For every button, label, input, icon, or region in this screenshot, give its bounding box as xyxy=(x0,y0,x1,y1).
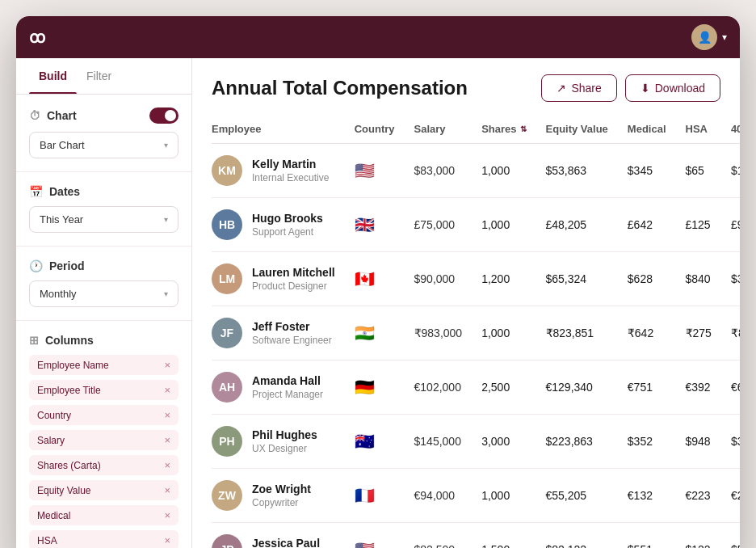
medical-cell: £642 xyxy=(618,198,676,252)
employee-cell: ZW Zoe Wright Copywriter xyxy=(212,469,345,523)
salary-cell: £75,000 xyxy=(405,198,472,252)
period-section: 🕐 Period Monthly ▾ xyxy=(16,247,191,321)
hsa-cell: $840 xyxy=(676,252,721,306)
salary-cell: €102,000 xyxy=(405,360,472,415)
table-row: PH Phil Hughes UX Designer 🇦🇺 $145,000 3… xyxy=(212,415,740,469)
401k-cell: $388 xyxy=(721,415,740,469)
remove-column-icon[interactable]: × xyxy=(164,459,170,471)
table-row: KM Kelly Martin Internal Executive 🇺🇸 $8… xyxy=(212,144,740,198)
table-row: JP Jessica Paul Sales Associate 🇺🇸 $82,5… xyxy=(212,523,740,549)
hsa-cell: €223 xyxy=(676,469,721,523)
medical-cell: $551 xyxy=(618,523,676,549)
avatar: JP xyxy=(212,534,242,548)
avatar: HB xyxy=(212,209,242,240)
avatar[interactable]: 👤 xyxy=(691,24,717,50)
dates-header: 📅 Dates xyxy=(29,185,178,198)
chart-toggle[interactable] xyxy=(149,107,178,124)
tab-build[interactable]: Build xyxy=(29,58,77,94)
table-header-row: Employee Country Salary Shares ⇅ Equity … xyxy=(212,115,740,144)
401k-cell: €66 xyxy=(721,360,740,415)
header-actions: ↗ Share ⬇ Download xyxy=(541,74,720,102)
column-tag: HSA× xyxy=(29,530,178,548)
medical-cell: €132 xyxy=(618,469,676,523)
medical-cell: €751 xyxy=(618,360,676,415)
tab-filter[interactable]: Filter xyxy=(77,58,121,94)
shares-cell: 1,200 xyxy=(472,252,536,306)
th-employee: Employee xyxy=(212,115,345,144)
equity-cell: €55,205 xyxy=(536,469,618,523)
salary-cell: $145,000 xyxy=(405,415,472,469)
table-row: HB Hugo Brooks Support Agent 🇬🇧 £75,000 … xyxy=(212,198,740,252)
remove-column-icon[interactable]: × xyxy=(164,484,170,496)
employee-cell: AH Amanda Hall Project Manager xyxy=(212,360,345,415)
share-button[interactable]: ↗ Share xyxy=(541,74,616,102)
country-cell: 🇦🇺 xyxy=(345,415,405,469)
country-cell: 🇺🇸 xyxy=(345,144,405,198)
remove-column-icon[interactable]: × xyxy=(164,434,170,446)
remove-column-icon[interactable]: × xyxy=(164,509,170,521)
clock-icon: 🕐 xyxy=(29,259,43,272)
period-header: 🕐 Period xyxy=(29,259,178,272)
th-shares[interactable]: Shares ⇅ xyxy=(472,115,536,144)
401k-cell: $382 xyxy=(721,252,740,306)
chevron-down-icon: ▾ xyxy=(722,32,727,43)
401k-cell: €24 xyxy=(721,469,740,523)
column-tag: Salary× xyxy=(29,430,178,450)
country-flag: 🇬🇧 xyxy=(355,216,375,234)
shares-cell: 1,000 xyxy=(472,144,536,198)
country-cell: 🇺🇸 xyxy=(345,523,405,549)
remove-column-icon[interactable]: × xyxy=(164,534,170,546)
shares-cell: 1,000 xyxy=(472,198,536,252)
equity-cell: $65,324 xyxy=(536,252,618,306)
app-window: ꝏ 👤 ▾ Build Filter ⏱ Chart xyxy=(16,16,740,548)
chart-type-dropdown[interactable]: Bar Chart ▾ xyxy=(29,132,178,158)
avatar: ZW xyxy=(212,480,242,511)
remove-column-icon[interactable]: × xyxy=(164,359,170,371)
dates-section: 📅 Dates This Year ▾ xyxy=(16,172,191,247)
compensation-table: Employee Country Salary Shares ⇅ Equity … xyxy=(212,115,740,548)
chevron-down-icon: ▾ xyxy=(164,215,168,224)
401k-cell: $510 xyxy=(721,523,740,549)
equity-cell: €129,340 xyxy=(536,360,618,415)
chart-title: ⏱ Chart xyxy=(29,109,77,122)
period-dropdown[interactable]: Monthly ▾ xyxy=(29,280,178,307)
download-button[interactable]: ⬇ Download xyxy=(625,74,720,102)
employee-title: Support Agent xyxy=(252,226,323,238)
hsa-cell: $948 xyxy=(676,415,721,469)
employee-name: Phil Hughes xyxy=(252,428,317,441)
sort-icon: ⇅ xyxy=(520,124,527,133)
employee-cell: PH Phil Hughes UX Designer xyxy=(212,415,345,469)
avatar: KM xyxy=(212,155,242,186)
dates-title: 📅 Dates xyxy=(29,185,80,198)
table-row: LM Lauren Mitchell Product Designer 🇨🇦 $… xyxy=(212,252,740,306)
table-container: Employee Country Salary Shares ⇅ Equity … xyxy=(192,115,740,548)
employee-name: Jeff Foster xyxy=(252,320,332,333)
table-row: AH Amanda Hall Project Manager 🇩🇪 €102,0… xyxy=(212,360,740,415)
salary-cell: $83,000 xyxy=(405,144,472,198)
salary-cell: $90,000 xyxy=(405,252,472,306)
country-flag: 🇮🇳 xyxy=(355,324,375,342)
dates-dropdown[interactable]: This Year ▾ xyxy=(29,206,178,233)
column-tag: Employee Name× xyxy=(29,355,178,375)
titlebar: ꝏ 👤 ▾ xyxy=(16,16,740,58)
employee-name: Hugo Brooks xyxy=(252,212,323,225)
country-cell: 🇩🇪 xyxy=(345,360,405,415)
equity-cell: £48,205 xyxy=(536,198,618,252)
employee-name: Jessica Paul xyxy=(252,537,321,548)
remove-column-icon[interactable]: × xyxy=(164,409,170,421)
period-title: 🕐 Period xyxy=(29,259,85,272)
remove-column-icon[interactable]: × xyxy=(164,384,170,396)
country-cell: 🇮🇳 xyxy=(345,306,405,360)
avatar: LM xyxy=(212,263,242,294)
avatar: JF xyxy=(212,318,242,348)
employee-title: Copywriter xyxy=(252,497,311,508)
country-flag: 🇫🇷 xyxy=(355,487,375,504)
salary-cell: $82,500 xyxy=(405,523,472,549)
employee-title: Project Manager xyxy=(252,389,323,400)
table-body: KM Kelly Martin Internal Executive 🇺🇸 $8… xyxy=(212,144,740,549)
column-tag: Shares (Carta)× xyxy=(29,455,178,475)
app-logo: ꝏ xyxy=(29,27,46,47)
th-equity: Equity Value xyxy=(536,115,618,144)
column-tags-list: Employee Name×Employee Title×Country×Sal… xyxy=(29,355,178,548)
th-country: Country xyxy=(345,115,405,144)
